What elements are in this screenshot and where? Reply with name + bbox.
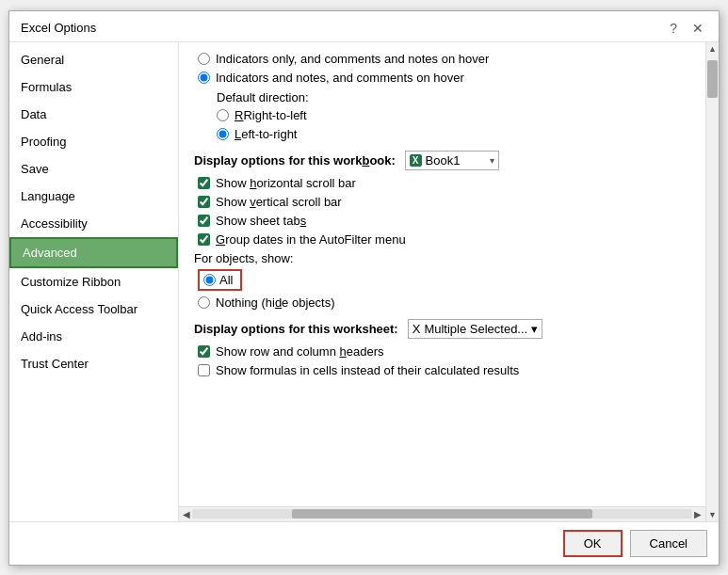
sidebar-item-accessibility[interactable]: Accessibility	[9, 210, 178, 237]
default-direction-label: Default direction:	[194, 90, 690, 104]
cancel-button[interactable]: Cancel	[630, 530, 707, 557]
radio-all-row: All	[194, 269, 690, 291]
radio-all-highlight-box: All	[198, 269, 242, 291]
title-bar-controls: ? ✕	[666, 19, 707, 38]
workbook-dropdown[interactable]: X Book1 ▾	[405, 151, 499, 170]
for-objects-label: For objects, show:	[194, 251, 690, 265]
worksheet-dropdown-value: Multiple Selected...	[424, 322, 527, 336]
worksheet-dropdown-arrow: ▾	[531, 322, 538, 336]
display-worksheet-header: Display options for this worksheet: X Mu…	[194, 319, 690, 339]
scrollbar-thumb	[292, 509, 592, 519]
cb-group-dates-label[interactable]: Group dates in the AutoFilter menu	[216, 232, 406, 247]
cb-vertical-scroll-label[interactable]: Show vertical scroll bar	[216, 195, 342, 209]
workbook-dropdown-value: Book1	[426, 153, 461, 168]
dialog-title: Excel Options	[21, 21, 96, 35]
radio-indicators-only-label[interactable]: Indicators only, and comments and notes …	[216, 52, 489, 66]
cb-vertical-scroll[interactable]	[198, 196, 210, 208]
sidebar-item-advanced[interactable]: Advanced	[9, 237, 178, 268]
radio-rtl-label[interactable]: RRight-to-left	[235, 108, 307, 122]
radio-indicators-only-row: Indicators only, and comments and notes …	[194, 52, 690, 66]
worksheet-dropdown[interactable]: X Multiple Selected... ▾	[408, 319, 543, 339]
dialog-body: General Formulas Data Proofing Save Lang…	[9, 42, 719, 521]
dialog-footer: OK Cancel	[9, 521, 719, 565]
right-scrollbar-track[interactable]	[706, 56, 719, 508]
cb-row-column-headers[interactable]	[198, 345, 210, 358]
radio-all-label[interactable]: All	[219, 273, 233, 287]
horizontal-scrollbar[interactable]: ◀ ▶	[179, 506, 705, 521]
scroll-down-arrow[interactable]: ▼	[706, 508, 719, 521]
radio-nothing[interactable]	[198, 296, 210, 309]
sidebar-item-proofing[interactable]: Proofing	[9, 128, 178, 155]
sidebar-item-general[interactable]: General	[9, 46, 178, 73]
cb-sheet-tabs[interactable]	[198, 215, 210, 227]
sidebar-item-add-ins[interactable]: Add-ins	[9, 323, 178, 350]
close-button[interactable]: ✕	[688, 19, 707, 38]
excel-options-dialog: Excel Options ? ✕ General Formulas Data …	[8, 10, 720, 566]
cb-horizontal-scroll-row: Show horizontal scroll bar	[194, 176, 690, 190]
cb-sheet-tabs-row: Show sheet tabs	[194, 214, 690, 228]
workbook-dropdown-arrow: ▾	[490, 155, 494, 166]
display-workbook-header: Display options for this workbook: X Boo…	[194, 151, 690, 170]
radio-ltr[interactable]	[217, 128, 229, 140]
radio-indicators-notes-row: Indicators and notes, and comments on ho…	[194, 71, 690, 85]
radio-indicators-notes-label[interactable]: Indicators and notes, and comments on ho…	[216, 71, 464, 85]
sidebar-item-trust-center[interactable]: Trust Center	[9, 350, 178, 377]
ok-button[interactable]: OK	[563, 530, 623, 557]
scroll-up-arrow[interactable]: ▲	[706, 42, 719, 56]
radio-nothing-row: Nothing (hide objects)	[194, 295, 690, 310]
sidebar-item-data[interactable]: Data	[9, 101, 178, 128]
sidebar-item-quick-access[interactable]: Quick Access Toolbar	[9, 295, 178, 323]
radio-nothing-label[interactable]: Nothing (hide objects)	[216, 295, 334, 310]
cb-horizontal-scroll-label[interactable]: Show horizontal scroll bar	[216, 176, 356, 190]
cb-group-dates-row: Group dates in the AutoFilter menu	[194, 232, 690, 247]
cb-show-formulas-row: Show formulas in cells instead of their …	[194, 363, 690, 377]
display-worksheet-label: Display options for this worksheet:	[194, 322, 398, 336]
sidebar-item-customize-ribbon[interactable]: Customize Ribbon	[9, 268, 178, 295]
excel-icon: X	[410, 154, 422, 167]
worksheet-excel-icon: X	[413, 322, 421, 336]
radio-rtl-row: RRight-to-left	[194, 108, 690, 122]
sidebar-item-language[interactable]: Language	[9, 183, 178, 210]
cb-group-dates[interactable]	[198, 233, 210, 246]
radio-rtl[interactable]	[217, 109, 229, 121]
help-button[interactable]: ?	[666, 19, 681, 38]
cb-sheet-tabs-label[interactable]: Show sheet tabs	[216, 214, 306, 228]
cb-show-formulas-label: Show formulas in cells instead of their …	[216, 363, 519, 377]
scroll-right-arrow[interactable]: ▶	[692, 509, 704, 519]
scrollbar-track[interactable]	[192, 509, 692, 519]
sidebar-item-save[interactable]: Save	[9, 155, 178, 183]
radio-all[interactable]	[203, 274, 216, 286]
cb-row-column-headers-row: Show row and column headers	[194, 344, 690, 359]
right-scrollbar-thumb	[707, 60, 718, 98]
cb-row-column-headers-label[interactable]: Show row and column headers	[216, 344, 384, 359]
sidebar: General Formulas Data Proofing Save Lang…	[9, 42, 179, 521]
cb-show-formulas[interactable]	[198, 364, 210, 376]
vertical-scrollbar[interactable]: ▲ ▼	[705, 42, 719, 521]
radio-ltr-label[interactable]: Left-to-right	[235, 127, 297, 141]
main-content: Indicators only, and comments and notes …	[179, 42, 705, 506]
cb-vertical-scroll-row: Show vertical scroll bar	[194, 195, 690, 209]
cb-horizontal-scroll[interactable]	[198, 177, 210, 189]
radio-ltr-row: Left-to-right	[194, 127, 690, 141]
title-bar: Excel Options ? ✕	[9, 11, 719, 42]
radio-indicators-only[interactable]	[198, 53, 210, 65]
display-workbook-label: Display options for this workbook:	[194, 153, 396, 168]
radio-indicators-notes[interactable]	[198, 72, 210, 84]
sidebar-item-formulas[interactable]: Formulas	[9, 73, 178, 101]
scroll-left-arrow[interactable]: ◀	[181, 509, 192, 519]
